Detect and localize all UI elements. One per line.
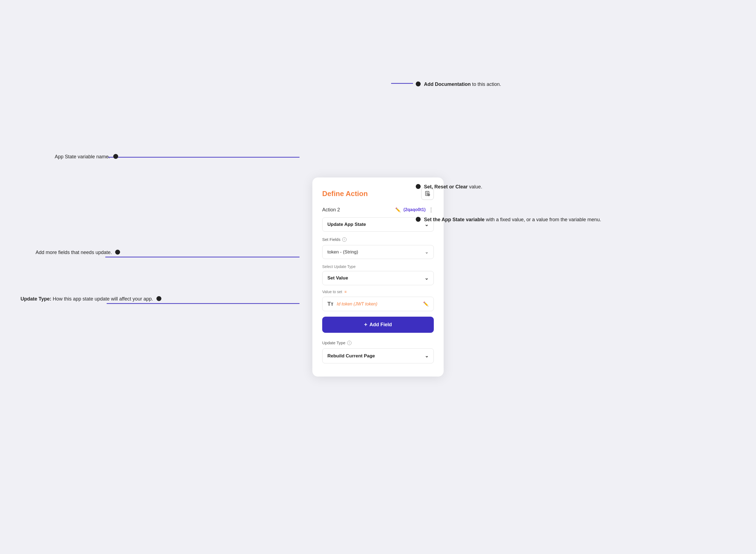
- text-type-icon: Tт: [327, 301, 333, 307]
- update-type-section-label: Update Type i: [322, 340, 434, 345]
- action-more-icon[interactable]: ⋮: [428, 207, 434, 213]
- callout-text-add-doc: Add Documentation to this action.: [424, 81, 501, 87]
- doc-icon: [425, 190, 431, 197]
- token-dropdown[interactable]: token - (String) ⌄: [322, 245, 434, 259]
- action-row: Action 2 ✏️ (2qaqo0t1) ⋮: [322, 207, 434, 213]
- callout-text-update-type: Update Type: How this app state update w…: [20, 296, 153, 301]
- update-type-info-icon[interactable]: i: [347, 341, 352, 345]
- callout-add-documentation: Add Documentation to this action.: [416, 81, 501, 88]
- token-chevron-icon: ⌄: [425, 249, 429, 255]
- update-type-dropdown[interactable]: Set Value ⌄: [322, 271, 434, 285]
- update-type-dropdown-label: Set Value: [327, 275, 348, 281]
- callout-dot-set-app-state: [416, 217, 421, 222]
- add-field-button[interactable]: + Add Field: [322, 317, 434, 333]
- rebuild-current-page-dropdown[interactable]: Rebuild Current Page ⌄: [322, 348, 434, 364]
- define-action-panel: Define Action Action 2 ✏️ (2qaqo0t1) ⋮ U…: [312, 177, 444, 377]
- panel-title: Define Action: [322, 189, 368, 198]
- callout-app-state-variable: App State variable name.: [55, 153, 118, 160]
- value-edit-icon[interactable]: ✏️: [423, 301, 429, 307]
- value-options-icon[interactable]: ≡: [344, 290, 346, 294]
- action-label: Action 2: [322, 207, 340, 213]
- callout-dot-app-state: [113, 154, 118, 159]
- update-type-chevron-icon: ⌄: [425, 275, 429, 281]
- add-field-plus-icon: +: [364, 322, 367, 328]
- action-id[interactable]: (2qaqo0t1): [403, 207, 426, 212]
- callout-dot-update-type: [156, 296, 161, 301]
- callout-text-set-reset: Set, Reset or Clear value.: [424, 184, 482, 189]
- set-fields-info-icon[interactable]: i: [342, 237, 346, 242]
- jwt-value: Id token (JWT token): [337, 301, 377, 307]
- callout-dot-add-doc: [416, 81, 421, 87]
- callout-dot-add-more: [115, 250, 120, 255]
- main-action-dropdown-label: Update App State: [327, 222, 366, 227]
- value-field[interactable]: Tт Id token (JWT token) ✏️: [322, 297, 434, 311]
- callout-update-type: Update Type: How this app state update w…: [20, 295, 161, 302]
- rebuild-current-page-label: Rebuild Current Page: [327, 353, 375, 359]
- value-to-set-label: Value to set: [322, 290, 342, 294]
- callout-text-app-state: App State variable name.: [55, 154, 110, 159]
- value-to-set-row: Value to set ≡: [322, 290, 434, 294]
- callout-add-more-fields: Add more fields that needs update.: [36, 249, 120, 256]
- callout-text-set-app-state: Set the App State variable with a fixed …: [424, 217, 601, 222]
- callout-text-add-more: Add more fields that needs update.: [36, 250, 112, 255]
- add-field-label: Add Field: [370, 322, 392, 328]
- rebuild-chevron-icon: ⌄: [425, 353, 429, 359]
- action-meta: ✏️ (2qaqo0t1) ⋮: [395, 207, 434, 213]
- set-fields-label: Set Fields i: [322, 237, 434, 242]
- token-dropdown-label: token - (String): [327, 250, 358, 255]
- callout-dot-set-reset: [416, 184, 421, 189]
- action-edit-icon[interactable]: ✏️: [395, 207, 401, 213]
- value-field-left: Tт Id token (JWT token): [327, 301, 377, 307]
- callout-set-reset-clear: Set, Reset or Clear value.: [416, 183, 482, 190]
- callout-set-app-state-variable: Set the App State variable with a fixed …: [416, 216, 601, 223]
- select-update-type-label: Select Update Type: [322, 264, 434, 269]
